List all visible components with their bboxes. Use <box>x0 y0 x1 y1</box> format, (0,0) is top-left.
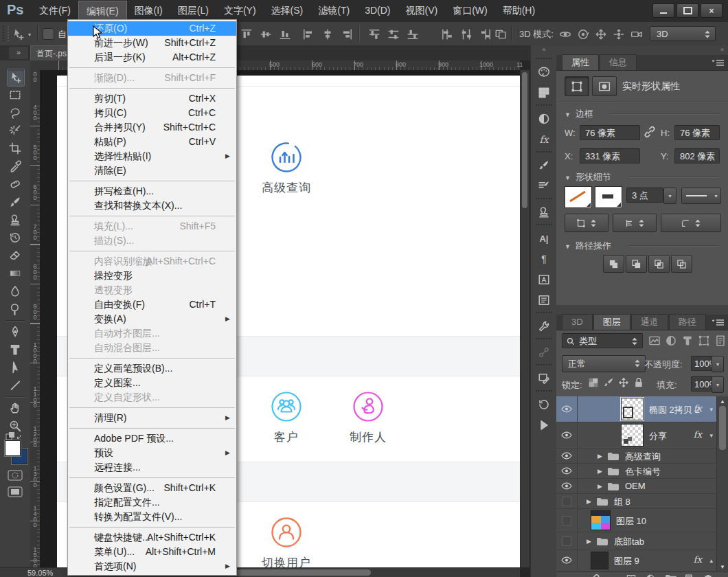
layer-row-0[interactable]: 椭圆 2拷贝 2fx▾ <box>556 396 717 422</box>
edit-menu-item-13[interactable]: 拼写检查(H)... <box>68 184 236 199</box>
eraser-tool[interactable] <box>7 247 23 264</box>
layer-name[interactable]: 图层 9 <box>614 555 639 567</box>
new-group-icon[interactable] <box>665 574 677 577</box>
edit-menu-item-38[interactable]: 指定配置文件... <box>68 495 236 510</box>
options-bar-grip[interactable] <box>3 26 9 41</box>
app-feature-2[interactable]: 客户 <box>245 390 328 445</box>
app-feature-3[interactable]: 制作人 <box>327 390 409 445</box>
layers-tab-1[interactable]: 图层 <box>593 314 630 330</box>
opacity-dropdown[interactable]: ▾ <box>712 356 724 372</box>
dock-grip[interactable] <box>536 312 552 315</box>
clone-stamp-tool[interactable] <box>7 212 23 228</box>
auto-select-checkbox[interactable] <box>43 28 54 40</box>
blur-tool[interactable] <box>7 283 23 299</box>
lasso-tool[interactable] <box>7 104 23 121</box>
menubar-item-5[interactable]: 选择(S) <box>264 0 311 22</box>
properties-tab-1[interactable]: 信息 <box>600 54 637 70</box>
new-adjustment-layer-icon[interactable] <box>646 574 655 577</box>
layer-effects-badge[interactable]: fx <box>694 403 702 414</box>
distribute-right-edges-icon[interactable] <box>478 27 493 42</box>
3d-orbit-icon[interactable] <box>558 27 573 42</box>
layer-thumbnail[interactable] <box>621 398 644 420</box>
edit-menu-item-41[interactable]: 键盘快捷键...Alt+Shift+Ctrl+K <box>68 530 236 545</box>
align-left-edges-icon[interactable] <box>301 27 316 42</box>
scroll-down-arrow[interactable]: ▼ <box>720 564 725 570</box>
stroke-width-dropdown[interactable]: ▾ <box>663 188 676 204</box>
edit-menu-item-2[interactable]: 后退一步(K)Alt+Ctrl+Z <box>68 50 236 65</box>
dock-grip[interactable] <box>536 390 552 394</box>
3d-slide-icon[interactable] <box>611 27 626 42</box>
tool-preset-caret-icon[interactable]: ▾ <box>26 27 33 42</box>
magic-wand-tool[interactable] <box>7 122 23 139</box>
layer-name[interactable]: 底部tab <box>614 536 644 548</box>
app-feature-1[interactable]: 高级查询 <box>245 141 328 196</box>
align-right-edges-icon[interactable] <box>339 27 354 42</box>
menubar-item-8[interactable]: 视图(V) <box>398 0 445 22</box>
tool-presets-panel-icon[interactable] <box>535 317 553 335</box>
group-expand-arrow[interactable]: ▶ <box>587 498 591 505</box>
masks-properties-button[interactable] <box>592 76 617 96</box>
edit-menu-item-25[interactable]: 自动混合图层... <box>68 341 236 355</box>
character-panel-icon[interactable]: A| <box>535 229 553 247</box>
swatches-panel-icon[interactable] <box>535 84 553 102</box>
foreground-color-swatch[interactable] <box>5 440 21 456</box>
gradient-tool[interactable] <box>7 265 23 282</box>
swap-colors-icon[interactable] <box>5 431 23 441</box>
edit-menu-item-20[interactable]: 操控变形 <box>68 269 236 283</box>
group-expand-arrow[interactable]: ▶ <box>598 483 602 490</box>
distribute-left-edges-icon[interactable] <box>440 27 455 42</box>
layer-visibility-eye[interactable] <box>556 479 578 493</box>
layers-tab-3[interactable]: 路径 <box>669 314 706 330</box>
minimize-button[interactable] <box>652 3 674 18</box>
stroke-width-field[interactable]: 3 点 <box>626 188 663 203</box>
layer-name[interactable]: 椭圆 2拷贝 2 <box>649 404 700 416</box>
vertical-scroll-thumb[interactable] <box>522 72 527 208</box>
menubar-item-6[interactable]: 滤镜(T) <box>310 0 357 22</box>
menubar-item-9[interactable]: 窗口(W) <box>445 0 495 22</box>
crop-tool[interactable] <box>7 140 23 157</box>
edit-menu-item-37[interactable]: 颜色设置(G)...Shift+Ctrl+K <box>68 481 236 495</box>
subtract-front-shape-button[interactable] <box>626 255 647 273</box>
toolbar-collapse-button[interactable]: » <box>9 47 28 59</box>
layer-row-5[interactable]: ▶组 8 <box>556 494 717 509</box>
add-layer-mask-icon[interactable] <box>626 574 636 577</box>
3d-camera-icon[interactable] <box>629 27 644 42</box>
scroll-up-arrow[interactable]: ▲ <box>720 398 725 405</box>
lock-all-icon[interactable] <box>632 376 646 389</box>
layer-visibility-eye[interactable] <box>556 396 578 422</box>
layer-visibility-eye[interactable] <box>556 550 578 571</box>
menubar-item-1[interactable]: 编辑(E) <box>78 1 127 21</box>
layer-row-7[interactable]: ▶底部tab <box>556 532 717 550</box>
blend-mode-select[interactable]: 正常 <box>562 355 646 372</box>
layer-thumbnail[interactable] <box>591 552 608 569</box>
dock-grip[interactable] <box>536 151 552 155</box>
quick-mask-button[interactable] <box>8 470 23 481</box>
live-shape-properties-button[interactable] <box>565 76 589 96</box>
pen-tool[interactable] <box>7 324 23 340</box>
width-field[interactable]: 76 像素 <box>580 125 640 140</box>
layer-thumbnail[interactable] <box>591 510 611 530</box>
history-panel-icon[interactable] <box>535 396 553 414</box>
stroke-align-dropdown[interactable] <box>565 214 608 232</box>
dock-collapse-arrows[interactable]: « <box>531 45 557 54</box>
properties-tab-0[interactable]: 属性 <box>562 54 599 70</box>
dock-grip[interactable] <box>536 224 552 227</box>
layer-name[interactable]: 图层 10 <box>616 515 646 528</box>
layer-visibility-eye[interactable] <box>556 422 578 448</box>
actions-panel-icon[interactable] <box>535 416 553 434</box>
layer-row-1[interactable]: 分享fx▾ <box>556 422 717 449</box>
x-field[interactable]: 331 像素 <box>580 148 640 163</box>
layer-effects-toggle-arrow[interactable]: ▴ <box>709 557 713 564</box>
layer-row-3[interactable]: ▶色卡编号 <box>556 464 717 479</box>
shape-tool[interactable] <box>7 377 23 394</box>
menubar-item-10[interactable]: 帮助(H) <box>495 0 543 22</box>
edit-menu-item-21[interactable]: 透视变形 <box>68 283 236 297</box>
link-layers-icon[interactable] <box>588 574 600 577</box>
layer-row-6[interactable]: 图层 10 <box>556 509 717 532</box>
distribute-horizontal-centers-icon[interactable] <box>459 27 474 42</box>
3d-pan-icon[interactable] <box>593 27 608 42</box>
character-styles-panel-icon[interactable] <box>535 271 553 288</box>
group-expand-arrow[interactable]: ▶ <box>598 468 602 475</box>
path-selection-tool[interactable] <box>7 359 23 376</box>
eyedropper-tool[interactable] <box>7 158 23 174</box>
